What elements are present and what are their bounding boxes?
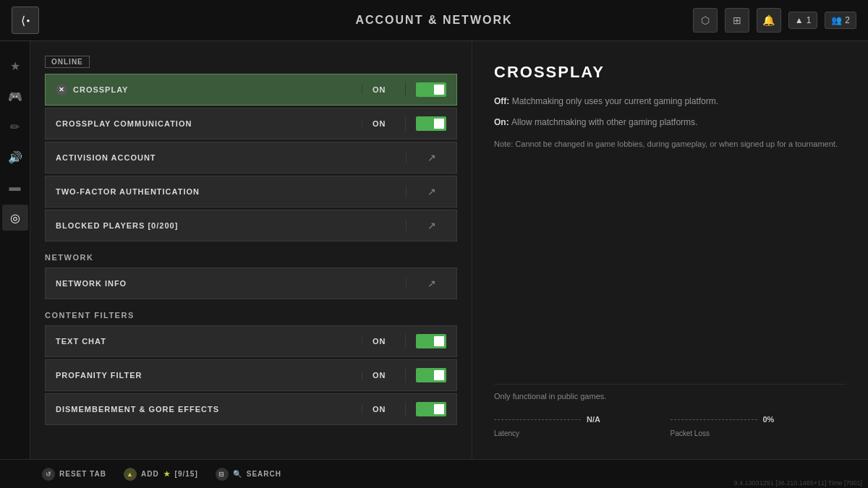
crossplay-comm-toggle-action[interactable] — [405, 116, 456, 131]
stat-latency: N/A Latency — [494, 415, 671, 437]
external-link-icon: ↗ — [427, 152, 436, 163]
latency-label: Latency — [494, 429, 671, 437]
player-icon: ▲ — [795, 15, 804, 25]
detail-panel: CROSSPLAY Off: Matchmaking only uses you… — [472, 41, 868, 459]
friends-badge[interactable]: 👥 2 — [825, 12, 856, 29]
crossplay-toggle-action[interactable] — [405, 82, 456, 97]
star-count: [9/15] — [175, 470, 198, 478]
setting-row-gore[interactable]: DISMEMBERMENT & GORE EFFECTS ON — [45, 393, 457, 425]
section-content-filters-header: CONTENT FILTERS — [45, 311, 457, 320]
star-icon-bottom: ★ — [163, 470, 171, 478]
player-badge[interactable]: ▲ 1 — [788, 12, 818, 29]
network-info-action[interactable]: ↗ — [406, 278, 456, 289]
gore-label: DISMEMBERMENT & GORE EFFECTS — [46, 405, 362, 414]
setting-row-crossplay[interactable]: ✕ CROSSPLAY ON — [45, 74, 457, 106]
controller-icon: 🎮 — [8, 90, 22, 103]
network-section-label: NETWORK — [45, 253, 93, 262]
setting-row-network-info[interactable]: NETWORK INFO ↗ — [45, 267, 457, 299]
latency-value: N/A — [587, 415, 600, 424]
gore-knob — [434, 404, 444, 414]
setting-row-crossplay-comm[interactable]: CROSSPLAY COMMUNICATION ON — [45, 108, 457, 140]
header-actions: ⬡ ⊞ 🔔 ▲ 1 👥 2 — [693, 8, 856, 33]
display-icon: ▬ — [9, 181, 21, 194]
detail-functional-text: Only functional in public games. — [494, 384, 846, 401]
section-network-header: NETWORK — [45, 253, 457, 262]
text-chat-toggle-action[interactable] — [405, 334, 456, 348]
crossplay-comm-toggle[interactable] — [416, 116, 446, 131]
setting-row-activision-account[interactable]: ACTIVISION ACCOUNT ↗ — [45, 142, 457, 174]
detail-description-off: Off: Matchmaking only uses your current … — [494, 95, 846, 108]
packet-loss-label: Packet Loss — [671, 429, 847, 437]
setting-row-two-factor[interactable]: TWO-FACTOR AUTHENTICATION ↗ — [45, 176, 457, 207]
back-dot: ● — [27, 17, 30, 24]
crossplay-value: ON — [362, 85, 405, 94]
crossplay-label: ✕ CROSSPLAY — [46, 84, 362, 95]
profanity-filter-label: PROFANITY FILTER — [46, 371, 362, 380]
activision-account-action[interactable]: ↗ — [406, 152, 456, 163]
sidebar-item-controller[interactable]: 🎮 — [2, 83, 28, 109]
profanity-filter-toggle-action[interactable] — [405, 368, 456, 382]
bell-icon: 🔔 — [762, 14, 775, 26]
search-label: 🔍 — [233, 470, 242, 478]
gore-toggle-action[interactable] — [405, 402, 456, 416]
text-chat-toggle[interactable] — [416, 334, 446, 348]
header: ⟨ ● ACCOUNT & NETWORK ⬡ ⊞ 🔔 ▲ 1 👥 2 — [0, 0, 868, 41]
profanity-filter-toggle[interactable] — [416, 368, 446, 382]
add-action[interactable]: ▲ ADD ★ [9/15] — [124, 468, 198, 481]
network-info-label: NETWORK INFO — [46, 279, 406, 288]
sidebar-item-display[interactable]: ▬ — [2, 174, 28, 200]
reset-tab-icon: ↺ — [42, 468, 55, 481]
settings-panel: ONLINE ✕ CROSSPLAY ON CROSSPLAY COMMUNIC… — [30, 41, 472, 459]
crossplay-toggle-knob — [434, 85, 444, 95]
search-icon: ⊟ — [216, 468, 229, 481]
detail-on-label: On: — [494, 117, 511, 127]
packet-loss-dashes — [671, 419, 757, 420]
setting-row-blocked-players[interactable]: BLOCKED PLAYERS [0/200] ↗ — [45, 210, 457, 241]
activision-account-label: ACTIVISION ACCOUNT — [46, 153, 406, 162]
audio-icon: 🔊 — [8, 150, 22, 164]
external-link-icon-2: ↗ — [427, 186, 436, 197]
stat-latency-row: N/A — [494, 415, 671, 424]
crossplay-toggle[interactable] — [416, 82, 446, 97]
setting-row-profanity-filter[interactable]: PROFANITY FILTER ON — [45, 359, 457, 391]
currency-button[interactable]: ⬡ — [693, 8, 718, 33]
sidebar-item-edit[interactable]: ✏ — [2, 114, 28, 140]
text-chat-value: ON — [362, 337, 405, 346]
crossplay-comm-value: ON — [362, 119, 405, 128]
back-icon: ⟨ — [21, 14, 25, 27]
setting-row-text-chat[interactable]: TEXT CHAT ON — [45, 325, 457, 357]
crossplay-x-icon: ✕ — [56, 84, 67, 95]
notification-button[interactable]: 🔔 — [757, 8, 781, 33]
search-text-label: SEARCH — [247, 470, 281, 478]
stat-packet-loss: 0% Packet Loss — [671, 415, 847, 437]
blocked-players-action[interactable]: ↗ — [406, 220, 456, 231]
sidebar: ★ 🎮 ✏ 🔊 ▬ ◎ — [0, 41, 30, 459]
latency-dashes — [494, 419, 581, 420]
grid-icon: ⊞ — [733, 14, 741, 26]
content-filters-label: CONTENT FILTERS — [45, 311, 135, 320]
detail-on-text: Allow matchmaking with other gaming plat… — [511, 117, 697, 127]
page-title: ACCOUNT & NETWORK — [355, 14, 512, 27]
online-tag: ONLINE — [45, 56, 90, 68]
currency-icon: ⬡ — [701, 14, 710, 26]
sidebar-item-star[interactable]: ★ — [2, 53, 28, 79]
grid-button[interactable]: ⊞ — [725, 8, 749, 33]
detail-off-text: Matchmaking only uses your current gamin… — [512, 96, 718, 106]
detail-title: CROSSPLAY — [494, 63, 846, 82]
profanity-filter-knob — [434, 370, 444, 380]
packet-loss-value: 0% — [763, 415, 775, 424]
sidebar-item-network[interactable]: ◎ — [2, 205, 28, 231]
search-action[interactable]: ⊟ 🔍 SEARCH — [216, 468, 281, 481]
text-chat-label: TEXT CHAT — [46, 337, 362, 346]
edit-icon: ✏ — [10, 120, 20, 134]
sidebar-item-audio[interactable]: 🔊 — [2, 144, 28, 170]
back-button[interactable]: ⟨ ● — [12, 7, 39, 34]
gore-toggle[interactable] — [416, 402, 446, 416]
detail-note: Note: Cannot be changed in game lobbies,… — [494, 140, 846, 148]
add-label: ADD — [141, 470, 159, 478]
add-icon: ▲ — [124, 468, 137, 481]
reset-tab-label: RESET TAB — [59, 470, 106, 478]
two-factor-action[interactable]: ↗ — [406, 186, 456, 197]
stat-packet-loss-row: 0% — [671, 415, 847, 424]
reset-tab-action[interactable]: ↺ RESET TAB — [42, 468, 106, 481]
